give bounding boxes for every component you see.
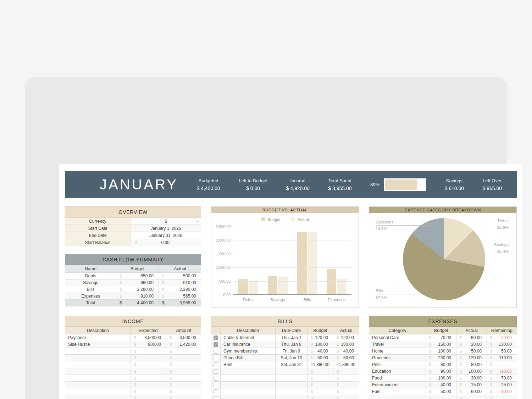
- budget-cell[interactable]: $: [307, 388, 333, 395]
- budget-cell[interactable]: $90.00: [426, 368, 456, 375]
- amount-cell[interactable]: $: [166, 361, 201, 368]
- amount-cell[interactable]: $1,420.00: [166, 341, 201, 348]
- paid-checkbox[interactable]: ✓: [214, 336, 218, 340]
- budget-cell[interactable]: $: [307, 382, 333, 388]
- actual-cell[interactable]: $40.00: [333, 348, 359, 355]
- budget-cell[interactable]: $70.00: [426, 334, 456, 341]
- description-cell[interactable]: [221, 375, 276, 382]
- actual-cell[interactable]: $2,280.00: [159, 286, 201, 293]
- actual-cell[interactable]: $90.00: [456, 334, 487, 341]
- budget-cell[interactable]: $150.00: [426, 341, 456, 348]
- name-cell[interactable]: Savings: [65, 279, 116, 286]
- budget-cell[interactable]: $40.00: [426, 382, 456, 388]
- due-date-cell[interactable]: Thu, Jan 8: [276, 341, 307, 348]
- description-cell[interactable]: Gym membership: [221, 348, 276, 355]
- due-date-cell[interactable]: [276, 395, 307, 399]
- description-cell[interactable]: [221, 388, 276, 395]
- description-cell[interactable]: Paycheck: [65, 334, 131, 341]
- category-cell[interactable]: Travel: [369, 341, 426, 348]
- budget-cell[interactable]: $80.00: [426, 361, 456, 368]
- description-cell[interactable]: Car Insurance: [221, 341, 276, 348]
- remaining-cell[interactable]: $110.00: [487, 355, 517, 361]
- category-cell[interactable]: Personal Care: [369, 334, 426, 341]
- actual-cell[interactable]: $: [333, 382, 359, 388]
- expected-cell[interactable]: $: [131, 375, 166, 382]
- paid-checkbox[interactable]: ✓: [214, 342, 218, 347]
- budget-cell[interactable]: $1,890.00: [307, 361, 333, 368]
- actual-cell[interactable]: $: [333, 388, 359, 395]
- name-cell[interactable]: Debts: [65, 273, 116, 279]
- start-date-cell[interactable]: January 1, 2026: [131, 225, 201, 232]
- actual-cell[interactable]: $20.00: [456, 341, 487, 348]
- budget-cell[interactable]: $230.00: [426, 355, 456, 361]
- budget-cell[interactable]: $50.00: [426, 388, 456, 395]
- description-cell[interactable]: Side Hustle: [65, 341, 131, 348]
- due-date-cell[interactable]: Sat, Jan 31: [276, 361, 307, 368]
- budget-cell[interactable]: $660.00: [116, 279, 159, 286]
- due-date-cell[interactable]: [276, 375, 307, 382]
- remaining-cell[interactable]: $: [487, 395, 517, 399]
- actual-cell[interactable]: $180.00: [333, 341, 359, 348]
- amount-cell[interactable]: $: [166, 355, 201, 361]
- actual-cell[interactable]: $30.00: [456, 375, 487, 382]
- due-date-cell[interactable]: Sat, Jan 10: [276, 355, 307, 361]
- category-cell[interactable]: Pets: [369, 361, 426, 368]
- expected-cell[interactable]: $: [131, 361, 166, 368]
- expected-cell[interactable]: $900.00: [131, 341, 166, 348]
- amount-cell[interactable]: $: [166, 382, 201, 388]
- actual-cell[interactable]: $100.00: [456, 368, 487, 375]
- remaining-cell[interactable]: $130.00: [487, 341, 517, 348]
- budget-cell[interactable]: $: [307, 395, 333, 399]
- actual-cell[interactable]: $50.00: [333, 355, 359, 361]
- amount-cell[interactable]: $: [166, 395, 201, 399]
- description-cell[interactable]: [221, 395, 276, 399]
- budget-cell[interactable]: $100.00: [426, 348, 456, 355]
- budget-cell[interactable]: $100.00: [426, 375, 456, 382]
- due-date-cell[interactable]: Fri, Jan 9: [276, 348, 307, 355]
- expected-cell[interactable]: $: [131, 395, 166, 399]
- paid-checkbox[interactable]: [214, 376, 218, 381]
- paid-checkbox[interactable]: [214, 362, 218, 367]
- actual-cell[interactable]: $: [456, 395, 487, 399]
- budget-cell[interactable]: $180.00: [307, 341, 333, 348]
- actual-cell[interactable]: $: [333, 395, 359, 399]
- actual-cell[interactable]: $120.00: [456, 355, 487, 361]
- due-date-cell[interactable]: [276, 382, 307, 388]
- due-date-cell[interactable]: Thu, Jan 1: [276, 334, 307, 341]
- due-date-cell[interactable]: [276, 388, 307, 395]
- actual-cell[interactable]: $120.00: [333, 334, 359, 341]
- remaining-cell[interactable]: $70.00: [487, 375, 517, 382]
- actual-cell[interactable]: $: [333, 375, 359, 382]
- category-cell[interactable]: Education: [369, 368, 426, 375]
- description-cell[interactable]: [65, 348, 131, 355]
- actual-cell[interactable]: $500.00: [159, 273, 201, 279]
- start-balance-cell[interactable]: $0.00: [131, 239, 201, 246]
- budget-cell[interactable]: $120.00: [307, 334, 333, 341]
- remaining-cell[interactable]: $50.00: [487, 348, 517, 355]
- remaining-cell[interactable]: $25.00: [487, 382, 517, 388]
- remaining-cell[interactable]: $-10.00: [487, 388, 517, 395]
- budget-cell[interactable]: $: [307, 375, 333, 382]
- remaining-cell[interactable]: $: [487, 361, 517, 368]
- paid-checkbox[interactable]: [214, 349, 218, 354]
- remaining-cell[interactable]: $-20.00: [487, 334, 517, 341]
- expected-cell[interactable]: $: [131, 355, 166, 361]
- due-date-cell[interactable]: [276, 368, 307, 375]
- category-cell[interactable]: Home: [369, 348, 426, 355]
- amount-cell[interactable]: $: [166, 388, 201, 395]
- description-cell[interactable]: [65, 361, 131, 368]
- expected-cell[interactable]: $: [131, 388, 166, 395]
- actual-cell[interactable]: $15.00: [456, 382, 487, 388]
- category-cell[interactable]: Groceries: [369, 355, 426, 361]
- paid-checkbox[interactable]: [214, 396, 218, 399]
- description-cell[interactable]: [65, 375, 131, 382]
- description-cell[interactable]: Phone Bill: [221, 355, 276, 361]
- category-cell[interactable]: Food: [369, 375, 426, 382]
- description-cell[interactable]: [65, 395, 131, 399]
- actual-cell[interactable]: $1,890.00: [333, 361, 359, 368]
- description-cell[interactable]: Rent: [221, 361, 276, 368]
- actual-cell[interactable]: $50.00: [456, 348, 487, 355]
- actual-cell[interactable]: $60.00: [456, 388, 487, 395]
- description-cell[interactable]: [221, 382, 276, 388]
- expected-cell[interactable]: $3,500.00: [131, 334, 166, 341]
